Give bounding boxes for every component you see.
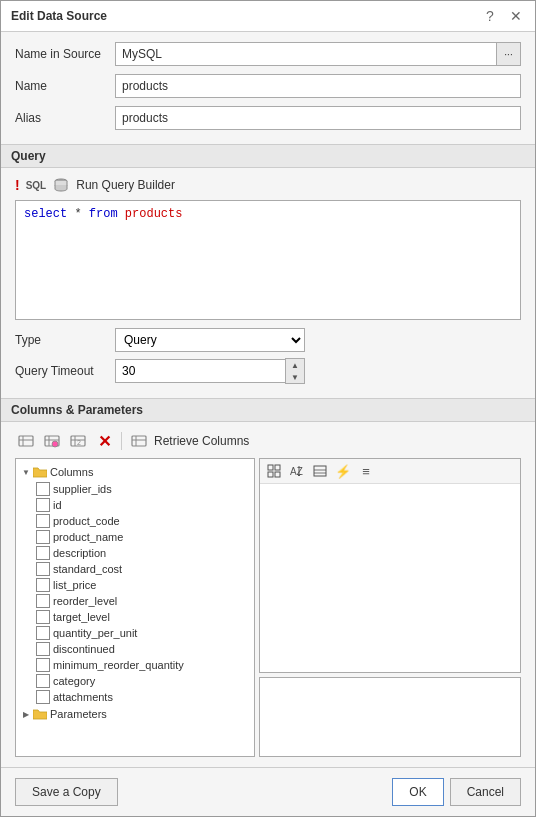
help-button[interactable]: ? xyxy=(481,7,499,25)
timeout-input-wrap: ▲ ▼ xyxy=(115,358,305,384)
name-row: Name xyxy=(15,74,521,98)
svg-rect-16 xyxy=(275,465,280,470)
sql-from-keyword: from xyxy=(89,207,118,221)
dialog-content: Name in Source ··· Name Alias Query ! SQ… xyxy=(1,32,535,767)
svg-text:AZ: AZ xyxy=(290,466,303,477)
alias-input[interactable] xyxy=(115,106,521,130)
tree-item-discontinued[interactable]: discontinued xyxy=(16,641,254,657)
rp-sort-button[interactable]: AZ xyxy=(287,461,307,481)
columns-tree[interactable]: ▼ Columns supplier_ids xyxy=(15,458,255,757)
type-select[interactable]: Query Table StoredProcedure xyxy=(115,328,305,352)
col-label-minimum_reorder_quantity: minimum_reorder_quantity xyxy=(53,659,184,671)
save-copy-button[interactable]: Save a Copy xyxy=(15,778,118,806)
col-icon-attachments xyxy=(36,690,50,704)
timeout-decrement-button[interactable]: ▼ xyxy=(286,371,304,383)
tree-item-description[interactable]: description xyxy=(16,545,254,561)
tree-item-standard_cost[interactable]: standard_cost xyxy=(16,561,254,577)
tree-item-supplier_ids[interactable]: supplier_ids xyxy=(16,481,254,497)
tree-item-product_code[interactable]: product_code xyxy=(16,513,254,529)
timeout-increment-button[interactable]: ▲ xyxy=(286,359,304,371)
col-label-product_name: product_name xyxy=(53,531,123,543)
svg-text:2: 2 xyxy=(77,439,81,446)
right-panel-bottom xyxy=(259,677,521,757)
footer-right: OK Cancel xyxy=(392,778,521,806)
tree-item-product_name[interactable]: product_name xyxy=(16,529,254,545)
columns-option-button[interactable]: 2 xyxy=(67,430,89,452)
col-icon-product_name xyxy=(36,530,50,544)
query-toolbar: ! SQL Run Query Builder xyxy=(15,176,521,194)
right-panel-body xyxy=(260,484,520,624)
close-button[interactable]: ✕ xyxy=(507,7,525,25)
svg-rect-21 xyxy=(314,466,326,476)
table-icon-button[interactable] xyxy=(128,430,150,452)
name-in-source-browse-button[interactable]: ··· xyxy=(497,42,521,66)
timeout-row: Query Timeout ▲ ▼ xyxy=(15,358,521,384)
col-label-attachments: attachments xyxy=(53,691,113,703)
sql-select-keyword: select xyxy=(24,207,67,221)
alias-row: Alias xyxy=(15,106,521,130)
tree-item-category[interactable]: category xyxy=(16,673,254,689)
col-label-category: category xyxy=(53,675,95,687)
alias-label: Alias xyxy=(15,111,115,125)
col-label-description: description xyxy=(53,547,106,559)
col-label-supplier_ids: supplier_ids xyxy=(53,483,112,495)
edit-data-source-dialog: Edit Data Source ? ✕ Name in Source ··· … xyxy=(0,0,536,817)
tree-expand-icon: ▼ xyxy=(20,466,32,478)
tree-item-reorder_level[interactable]: reorder_level xyxy=(16,593,254,609)
rp-more-button[interactable]: ≡ xyxy=(356,461,376,481)
right-panel-toolbar: AZ ⚡ ≡ xyxy=(260,459,520,484)
name-label: Name xyxy=(15,79,115,93)
ok-button[interactable]: OK xyxy=(392,778,443,806)
tree-item-quantity_per_unit[interactable]: quantity_per_unit xyxy=(16,625,254,641)
col-icon-product_code xyxy=(36,514,50,528)
tree-root-columns[interactable]: ▼ Columns xyxy=(16,463,254,481)
name-input[interactable] xyxy=(115,74,521,98)
error-icon: ! xyxy=(15,177,20,193)
dialog-footer: Save a Copy OK Cancel xyxy=(1,767,535,816)
run-query-builder-button[interactable]: Run Query Builder xyxy=(76,178,175,192)
title-bar: Edit Data Source ? ✕ xyxy=(1,1,535,32)
database-icon xyxy=(52,176,70,194)
tree-params-label: Parameters xyxy=(50,708,107,720)
tree-expand-params-icon: ▶ xyxy=(20,708,32,720)
col-icon-id xyxy=(36,498,50,512)
svg-rect-15 xyxy=(268,465,273,470)
delete-column-button[interactable]: ✕ xyxy=(93,430,115,452)
col-label-target_level: target_level xyxy=(53,611,110,623)
folder-icon xyxy=(32,464,48,480)
tree-item-attachments[interactable]: attachments xyxy=(16,689,254,705)
col-icon-category xyxy=(36,674,50,688)
retrieve-columns-button[interactable]: Retrieve Columns xyxy=(154,434,249,448)
tree-root-label: Columns xyxy=(50,466,93,478)
title-bar-buttons: ? ✕ xyxy=(481,7,525,25)
rp-lightning-button[interactable]: ⚡ xyxy=(333,461,353,481)
add-column-button[interactable] xyxy=(15,430,37,452)
cancel-button[interactable]: Cancel xyxy=(450,778,521,806)
tree-item-id[interactable]: id xyxy=(16,497,254,513)
edit-column-button[interactable] xyxy=(41,430,63,452)
name-in-source-input[interactable] xyxy=(115,42,497,66)
col-icon-description xyxy=(36,546,50,560)
tree-root-parameters[interactable]: ▶ Parameters xyxy=(16,705,254,723)
columns-section-header: Columns & Parameters xyxy=(1,398,535,422)
rp-list-button[interactable] xyxy=(310,461,330,481)
dialog-title: Edit Data Source xyxy=(11,9,107,23)
tree-item-list_price[interactable]: list_price xyxy=(16,577,254,593)
timeout-input[interactable] xyxy=(115,359,285,383)
col-icon-supplier_ids xyxy=(36,482,50,496)
svg-rect-17 xyxy=(268,472,273,477)
columns-toolbar: 2 ✕ Retrieve Columns xyxy=(15,430,521,452)
tree-item-minimum_reorder_quantity[interactable]: minimum_reorder_quantity xyxy=(16,657,254,673)
timeout-label: Query Timeout xyxy=(15,364,115,378)
query-editor[interactable]: select * from products xyxy=(15,200,521,320)
col-label-quantity_per_unit: quantity_per_unit xyxy=(53,627,137,639)
svg-rect-1 xyxy=(19,436,33,446)
columns-content: ▼ Columns supplier_ids xyxy=(15,458,521,757)
col-icon-standard_cost xyxy=(36,562,50,576)
type-row: Type Query Table StoredProcedure xyxy=(15,328,521,352)
right-panel-top: AZ ⚡ ≡ xyxy=(259,458,521,673)
rp-grid-button[interactable] xyxy=(264,461,284,481)
col-label-id: id xyxy=(53,499,62,511)
col-icon-quantity_per_unit xyxy=(36,626,50,640)
tree-item-target_level[interactable]: target_level xyxy=(16,609,254,625)
